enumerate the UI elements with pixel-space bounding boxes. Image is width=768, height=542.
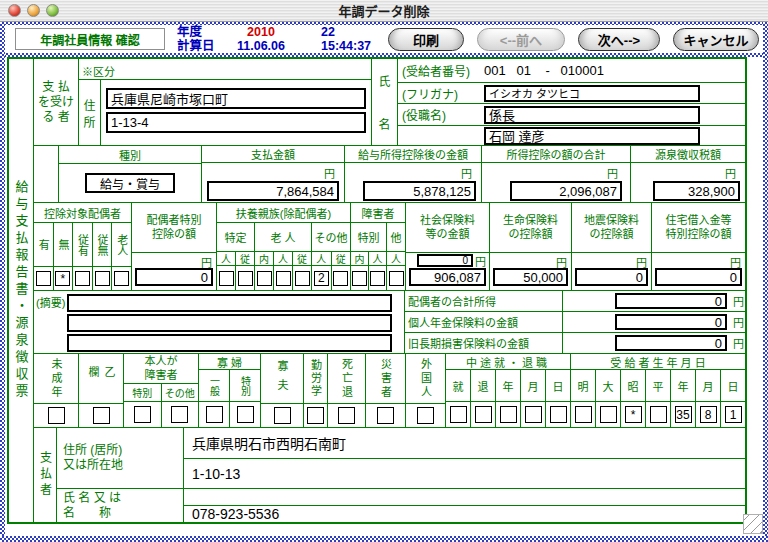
midyear-box[interactable] bbox=[500, 406, 517, 423]
old-damage-field[interactable]: 0 bbox=[615, 335, 727, 351]
print-button[interactable]: 印刷 bbox=[388, 28, 464, 51]
window-title: 年調データ削除 bbox=[0, 1, 768, 20]
midyear-box[interactable] bbox=[475, 406, 492, 423]
midyear-col: 日 bbox=[546, 370, 570, 402]
flag-widower-box[interactable] bbox=[274, 407, 291, 424]
flag-self-disabled-box[interactable] bbox=[134, 406, 151, 423]
social-inner-field[interactable]: 0 bbox=[417, 254, 473, 267]
birthdate-col: 大 bbox=[596, 370, 620, 402]
flag-widow-box[interactable] bbox=[206, 406, 223, 423]
payer-group-label: 支払者 bbox=[34, 428, 57, 522]
flag-death-box[interactable] bbox=[338, 407, 355, 424]
social-field[interactable]: 906,087 bbox=[409, 268, 486, 286]
nendo-value: 2010 bbox=[225, 25, 297, 39]
dep-box[interactable]: 2 bbox=[314, 271, 329, 286]
widow-col: 一般 bbox=[199, 370, 229, 402]
after-field[interactable]: 5,878,125 bbox=[363, 181, 476, 201]
dep-box[interactable] bbox=[219, 271, 234, 286]
disabled-box[interactable] bbox=[352, 271, 367, 286]
midyear-col: 年 bbox=[496, 370, 520, 402]
spouse-income-field[interactable]: 0 bbox=[615, 293, 727, 309]
summary-spacer-cell bbox=[34, 146, 59, 202]
quake-field[interactable]: 0 bbox=[575, 268, 648, 286]
shimei-top-label: 氏 bbox=[372, 59, 397, 102]
spouse-junashi-box[interactable] bbox=[95, 271, 110, 286]
meta-info: 年度 2010 22 計算日 11.06.06 15:44:37 bbox=[177, 25, 371, 53]
flag-student-box[interactable] bbox=[307, 407, 324, 424]
name-field[interactable]: 石岡 達彦 bbox=[484, 127, 700, 145]
midyear-box[interactable] bbox=[525, 406, 542, 423]
window-titlebar[interactable]: 年調データ削除 bbox=[0, 0, 768, 22]
midyear-box[interactable] bbox=[450, 406, 467, 423]
minimize-icon[interactable] bbox=[27, 4, 40, 17]
zoom-icon[interactable] bbox=[46, 4, 59, 17]
old-damage-row: 旧長期損害保険料の金額 0 円 bbox=[405, 333, 745, 353]
notes-field[interactable] bbox=[67, 314, 392, 332]
birthdate-col: 平 bbox=[646, 370, 670, 402]
spouse-juari-box[interactable] bbox=[75, 271, 90, 286]
calc-label: 計算日 bbox=[177, 39, 225, 53]
disabled-sub-label: 内 bbox=[351, 252, 368, 266]
tax-field[interactable]: 328,900 bbox=[653, 181, 740, 201]
total-header: 所得控除の額の合計 bbox=[482, 146, 630, 163]
midyear-box[interactable] bbox=[550, 406, 567, 423]
kind-field[interactable]: 給与・賞与 bbox=[85, 173, 175, 193]
birthdate-box[interactable] bbox=[575, 406, 592, 423]
flag-minor-box[interactable] bbox=[48, 407, 65, 424]
flag-self-disabled-box[interactable] bbox=[171, 406, 188, 423]
yen-label: 円 bbox=[652, 253, 745, 268]
flag-widow-box[interactable] bbox=[237, 406, 254, 423]
notes-label: (摘要) bbox=[36, 294, 65, 310]
disabled-sub-label: 人 bbox=[369, 252, 386, 266]
recipient-address1-field[interactable]: 兵庫県尼崎市塚口町 bbox=[106, 88, 366, 109]
dep-sub-label: 内 bbox=[255, 252, 273, 266]
life-field[interactable]: 50,000 bbox=[493, 268, 568, 286]
paid-field[interactable]: 7,864,584 bbox=[207, 181, 339, 201]
dep-box[interactable] bbox=[295, 271, 310, 286]
yen-label: 円 bbox=[132, 253, 216, 268]
spouse-ari-box[interactable] bbox=[36, 271, 51, 286]
housing-field[interactable]: 0 bbox=[655, 268, 742, 286]
dep-sub-label: 従 bbox=[293, 252, 311, 266]
resize-handle[interactable] bbox=[743, 514, 763, 534]
disabled-box[interactable] bbox=[389, 271, 404, 286]
notes-field[interactable] bbox=[67, 334, 392, 352]
yen-label: 円 bbox=[733, 314, 744, 330]
widow-title: 寡 婦 bbox=[199, 354, 260, 370]
birthdate-box[interactable]: 1 bbox=[725, 406, 742, 423]
birthdate-box[interactable] bbox=[600, 406, 617, 423]
recipient-number-value: 001 01 - 010001 bbox=[484, 63, 604, 78]
birthdate-box[interactable]: * bbox=[625, 406, 642, 423]
birthdate-box[interactable] bbox=[650, 406, 667, 423]
post-field[interactable]: 係長 bbox=[484, 106, 700, 124]
widow-col: 特別 bbox=[230, 370, 260, 402]
spouse-title: 控除対象配偶者 bbox=[34, 203, 131, 223]
birthdate-box[interactable]: 35 bbox=[675, 406, 692, 423]
dep-box[interactable] bbox=[276, 271, 291, 286]
after-header: 給与所得控除後の金額 bbox=[345, 146, 481, 163]
cancel-button[interactable]: キャンセル bbox=[673, 28, 759, 51]
total-field[interactable]: 2,096,087 bbox=[510, 181, 622, 201]
flag-otsu-box[interactable] bbox=[93, 407, 110, 424]
flag-foreigner-box[interactable] bbox=[417, 407, 434, 424]
dep-group-label: 老 人 bbox=[255, 223, 311, 252]
prev-button[interactable]: <--前へ bbox=[477, 28, 565, 51]
notes-field[interactable] bbox=[67, 294, 392, 312]
post-label: (役職名) bbox=[398, 106, 484, 123]
spouse-rojin-box[interactable] bbox=[114, 271, 129, 286]
next-button[interactable]: 次へ--> bbox=[578, 28, 660, 51]
flag-disaster-box[interactable] bbox=[377, 407, 394, 424]
dep-box[interactable] bbox=[333, 271, 348, 286]
spouse-nashi-box[interactable]: * bbox=[55, 271, 70, 286]
dep-box[interactable] bbox=[238, 271, 253, 286]
close-icon[interactable] bbox=[8, 4, 21, 17]
spouse-col-label: 無 bbox=[54, 223, 73, 267]
payer-phone-value: 078-923-5536 bbox=[184, 506, 745, 522]
birthdate-box[interactable]: 8 bbox=[700, 406, 717, 423]
dep-box[interactable] bbox=[257, 271, 272, 286]
recipient-address2-field[interactable]: 1-13-4 bbox=[106, 112, 366, 133]
pension-premium-field[interactable]: 0 bbox=[615, 314, 727, 330]
furigana-field[interactable]: イシオカ タツヒコ bbox=[484, 85, 700, 102]
spouse-special-field[interactable]: 0 bbox=[135, 268, 213, 286]
disabled-box[interactable] bbox=[370, 271, 385, 286]
